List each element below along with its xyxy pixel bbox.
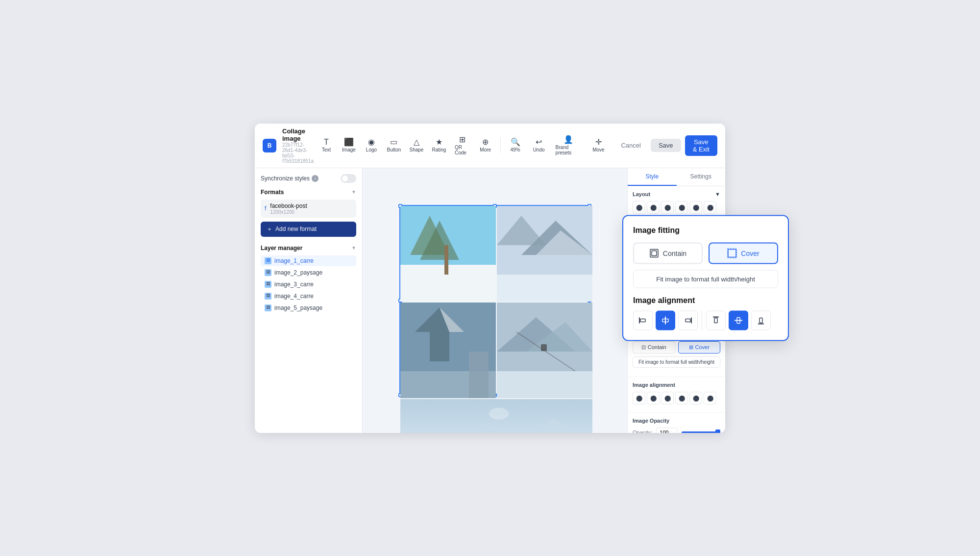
tool-shape[interactable]: △ Shape [406, 136, 427, 154]
app-id: 22b77f12-26d1-4de3-bd10-f7b53181851a [282, 142, 314, 164]
rating-icon: ★ [436, 138, 442, 146]
align-top-btn[interactable]: ⬤ [675, 201, 688, 214]
img-align-top-btn[interactable]: ⬤ [675, 392, 688, 404]
cover-icon: ⊞ [689, 344, 693, 351]
popup-fitting-row: Contain Cover [633, 243, 778, 264]
collage-cell-4[interactable] [497, 303, 592, 398]
more-icon: ⊕ [482, 138, 489, 146]
cancel-button[interactable]: Cancel [615, 139, 646, 152]
align-center-btn[interactable]: ⬤ [647, 201, 660, 214]
align-bottom-btn[interactable]: ⬤ [704, 201, 716, 214]
qrcode-icon: ⊞ [459, 136, 466, 144]
image-opacity-header: Image Opacity [633, 418, 720, 424]
cover-button[interactable]: ⊞ Cover [678, 341, 721, 354]
img-align-center-h-btn[interactable]: ⬤ [647, 392, 660, 404]
popup-align-bottom-btn[interactable] [751, 311, 771, 330]
img-align-middle-btn[interactable]: ⬤ [689, 392, 702, 404]
add-format-button[interactable]: ＋ Add new format [261, 222, 356, 237]
collage-cell-5[interactable] [400, 399, 592, 433]
popup-h-align-row [633, 311, 698, 330]
popup-align-top-btn[interactable] [706, 311, 726, 330]
canvas-area[interactable] [363, 168, 627, 433]
align-right-icon [683, 316, 693, 326]
align-top-icon [711, 316, 721, 326]
tool-zoom: 🔍 49% [505, 136, 526, 154]
popup-align-right-btn[interactable] [678, 311, 698, 330]
opacity-slider[interactable] [682, 431, 720, 433]
tool-logo[interactable]: ◉ Logo [361, 136, 382, 154]
sync-toggle[interactable] [341, 174, 356, 183]
contain-button[interactable]: ⊡ Contain [633, 341, 675, 354]
align-middle-btn[interactable]: ⬤ [689, 201, 702, 214]
svg-rect-4 [444, 245, 448, 275]
tool-more[interactable]: ⊕ More [475, 136, 496, 154]
brand-presets-icon: 👤 [564, 136, 573, 144]
align-center-h-icon [661, 316, 670, 326]
align-left-btn[interactable]: ⬤ [633, 201, 645, 214]
layout-chevron: ▼ [715, 191, 720, 197]
save-exit-button[interactable]: Save & Exit [685, 135, 717, 156]
tool-qrcode-label: QR Code [455, 145, 470, 155]
opacity-input[interactable] [656, 428, 678, 433]
format-info: facebook-post 1200x1200 [270, 202, 307, 215]
layer-item-4[interactable]: 🖼 image_4_carre [261, 291, 356, 302]
tool-rating[interactable]: ★ Rating [428, 136, 450, 154]
format-item[interactable]: f facebook-post 1200x1200 [261, 200, 356, 218]
layer-thumb-4: 🖼 [265, 293, 271, 300]
collage-cell-3[interactable] [400, 303, 496, 398]
button-icon: ▭ [390, 138, 397, 146]
tool-qrcode[interactable]: ⊞ QR Code [451, 134, 474, 157]
svg-rect-41 [758, 324, 764, 325]
popup-align-divider [702, 311, 702, 330]
popup-fit-full-button[interactable]: Fit image to format full width/height [633, 270, 778, 288]
layer-item-3[interactable]: 🖼 image_3_carre [261, 279, 356, 290]
fit-full-button[interactable]: Fit image to format full width/height [633, 356, 720, 368]
svg-rect-38 [714, 318, 717, 323]
tool-undo[interactable]: ↩ Undo [528, 136, 550, 154]
tool-brand-presets[interactable]: 👤 Brand presets [552, 134, 586, 157]
img-align-bottom-btn[interactable]: ⬤ [704, 392, 716, 404]
tool-text[interactable]: T Text [316, 136, 337, 154]
popup-align-center-h-btn[interactable] [656, 311, 675, 330]
popup-contain-button[interactable]: Contain [633, 243, 703, 264]
zoom-level: 49% [511, 147, 520, 152]
app-title: Collage image [282, 127, 314, 142]
zoom-icon: 🔍 [511, 138, 520, 146]
tab-settings[interactable]: Settings [677, 168, 726, 186]
sync-label: Synchronize styles i [261, 175, 318, 182]
add-format-plus-icon: ＋ [267, 225, 272, 233]
tool-button[interactable]: ▭ Button [383, 136, 405, 154]
collage-cell-2[interactable] [497, 206, 592, 302]
fitting-row: ⊡ Contain ⊞ Cover [633, 341, 720, 354]
layer-item-2[interactable]: 🖼 image_2_paysage [261, 267, 356, 278]
tool-image[interactable]: ⬛ Image [338, 136, 360, 154]
img-align-right-btn[interactable]: ⬤ [661, 392, 674, 404]
layer-item-5[interactable]: 🖼 image_5_paysage [261, 303, 356, 313]
popup-align-middle-btn[interactable] [729, 311, 748, 330]
toolbar-divider [500, 138, 501, 153]
layer-thumb-2: 🖼 [265, 269, 271, 276]
align-right-btn[interactable]: ⬤ [661, 201, 674, 214]
svg-rect-32 [640, 319, 645, 322]
tab-style[interactable]: Style [628, 168, 677, 186]
image-icon: ⬛ [344, 138, 354, 146]
popup-align-left-btn[interactable] [633, 311, 653, 330]
logo-icon: ◉ [368, 138, 375, 146]
collage-cell-1[interactable] [400, 206, 496, 302]
layer-thumb-3: 🖼 [265, 281, 271, 288]
img-align-left-btn[interactable]: ⬤ [633, 392, 645, 404]
image-alignment-header: Image alignment [633, 382, 720, 388]
svg-rect-33 [665, 317, 666, 325]
popup-cover-button[interactable]: Cover [709, 243, 778, 264]
tool-move[interactable]: ✛ Move [588, 136, 609, 154]
popup-v-align-row [706, 311, 771, 330]
toolbar: T Text ⬛ Image ◉ Logo ▭ Button △ Shape ★… [316, 134, 496, 157]
save-button[interactable]: Save [651, 139, 681, 152]
collage-grid[interactable] [399, 205, 590, 396]
brand-presets-label: Brand presets [556, 145, 582, 155]
layer-item-1[interactable]: 🖼 image_1_carre [261, 255, 356, 266]
popup-align-sections [633, 311, 778, 330]
panel-tabs: Style Settings [628, 168, 725, 186]
shape-icon: △ [414, 138, 419, 146]
popup-cover-icon [727, 249, 737, 258]
